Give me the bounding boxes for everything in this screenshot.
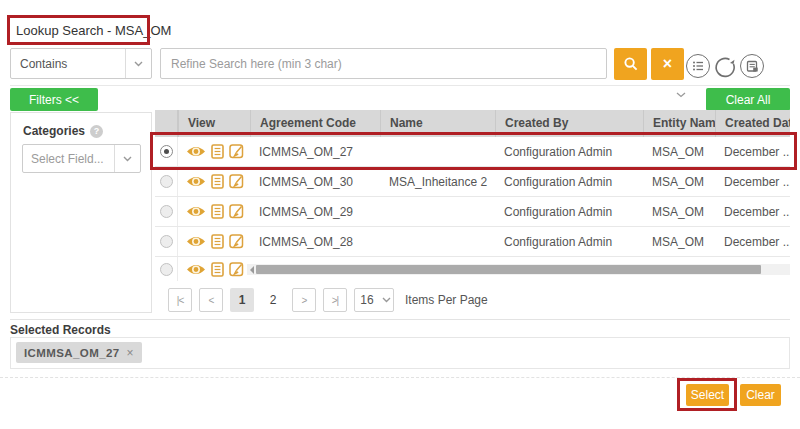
categories-label: Categories: [23, 124, 85, 138]
scrollbar-thumb[interactable]: [256, 265, 761, 274]
cell-entity-name: MSA_OM: [643, 137, 715, 166]
table-header: ViewAgreement CodeNameCreated ByEntity N…: [155, 110, 790, 137]
search-operator-value: Contains: [11, 57, 125, 71]
cell-entity-name: MSA_OM: [643, 197, 715, 226]
cell-entity-name: MSA_OM: [643, 227, 715, 256]
row-radio-cell[interactable]: [155, 227, 178, 256]
cell-created-date: December ...: [715, 227, 790, 256]
edit-icon[interactable]: [229, 174, 244, 189]
pagination-bar: |< < 1 2 > >| 16 Items Per Page: [155, 281, 790, 319]
panel-bottom-border: [10, 319, 790, 320]
column-header-created-date[interactable]: Created Date: [715, 110, 790, 137]
report-icon[interactable]: [740, 54, 764, 78]
toolbar-icons: [686, 54, 764, 78]
selected-records-label: Selected Records: [10, 323, 111, 337]
section-divider: [10, 85, 790, 86]
header-radio-column: [155, 110, 178, 137]
cell-created-date: December ...: [715, 197, 790, 226]
search-button[interactable]: [614, 48, 647, 80]
chevron-down-icon: [114, 145, 140, 172]
edit-icon[interactable]: [229, 204, 244, 219]
cell-agreement-code: ICMMSA_OM_30: [250, 167, 380, 196]
document-details-icon[interactable]: [211, 174, 224, 189]
help-icon[interactable]: ?: [90, 125, 103, 138]
cell-name: [380, 197, 495, 226]
row-radio-cell[interactable]: [155, 167, 178, 196]
refresh-icon[interactable]: [713, 54, 737, 78]
close-icon: ×: [663, 55, 672, 73]
first-page-button[interactable]: |<: [168, 288, 192, 312]
clear-all-button[interactable]: Clear All: [706, 88, 790, 111]
document-details-icon[interactable]: [211, 262, 224, 277]
scroll-left-icon[interactable]: [247, 264, 256, 275]
page-size-select[interactable]: 16: [354, 288, 394, 312]
chevron-down-icon: [379, 289, 393, 311]
view-eye-icon[interactable]: [186, 263, 206, 276]
table-row[interactable]: ICMMSA_OM_28 Configuration Admin MSA_OM …: [155, 227, 790, 257]
next-page-button[interactable]: >: [292, 288, 316, 312]
clear-button[interactable]: Clear: [740, 384, 781, 406]
document-details-icon[interactable]: [211, 204, 224, 219]
row-radio-cell[interactable]: [155, 137, 178, 166]
cell-name: [380, 137, 495, 166]
search-input[interactable]: [160, 48, 607, 79]
view-eye-icon[interactable]: [186, 205, 206, 218]
table-row[interactable]: ICMMSA_OM_29 Configuration Admin MSA_OM …: [155, 197, 790, 227]
edit-icon[interactable]: [229, 262, 244, 277]
remove-tag-icon[interactable]: ×: [127, 346, 134, 360]
chevron-down-icon: [125, 49, 151, 78]
column-header-created-by[interactable]: Created By: [495, 110, 643, 137]
last-page-button[interactable]: >|: [323, 288, 347, 312]
page-size-value: 16: [355, 293, 379, 307]
filters-toggle-button[interactable]: Filters <<: [10, 88, 98, 111]
search-operator-select[interactable]: Contains: [10, 48, 152, 79]
select-field-dropdown[interactable]: Select Field...: [22, 144, 141, 173]
cell-created-date: December ...: [715, 137, 790, 166]
row-radio[interactable]: [160, 205, 173, 218]
row-view-cell: [178, 227, 250, 256]
select-field-placeholder: Select Field...: [23, 152, 114, 166]
cell-agreement-code: ICMMSA_OM_28: [250, 227, 380, 256]
view-eye-icon[interactable]: [186, 175, 206, 188]
document-details-icon[interactable]: [211, 144, 224, 159]
select-button[interactable]: Select: [686, 384, 729, 406]
edit-icon[interactable]: [229, 234, 244, 249]
cell-created-date: December ...: [715, 167, 790, 196]
column-header-view[interactable]: View: [178, 110, 250, 137]
cell-created-by: Configuration Admin: [495, 227, 643, 256]
lookup-search-dialog: Lookup Search - MSA_OM Contains ×: [0, 0, 800, 429]
page-title: Lookup Search - MSA_OM: [16, 23, 171, 38]
table-row[interactable]: ICMMSA_OM_30 MSA_Inheitance 2 Configurat…: [155, 167, 790, 197]
selected-records-panel: ICMMSA_OM_27 ×: [10, 337, 790, 369]
cell-name: [380, 227, 495, 256]
clear-search-button[interactable]: ×: [651, 48, 684, 80]
search-icon: [623, 56, 639, 72]
edit-icon[interactable]: [229, 144, 244, 159]
column-header-name[interactable]: Name: [380, 110, 495, 137]
row-radio-cell[interactable]: [155, 197, 178, 226]
prev-page-button[interactable]: <: [199, 288, 223, 312]
document-details-icon[interactable]: [211, 234, 224, 249]
page-button-1[interactable]: 1: [230, 288, 254, 312]
column-header-agreement-code[interactable]: Agreement Code: [250, 110, 380, 137]
cell-created-by: Configuration Admin: [495, 197, 643, 226]
cell-entity-name: MSA_OM: [643, 167, 715, 196]
row-view-cell: [178, 197, 250, 226]
collapse-panel-chevron-icon[interactable]: [676, 92, 686, 98]
view-eye-icon[interactable]: [186, 235, 206, 248]
column-header-entity-name[interactable]: Entity Name: [643, 110, 715, 137]
selected-record-tag: ICMMSA_OM_27 ×: [16, 342, 142, 363]
cell-agreement-code: ICMMSA_OM_29: [250, 197, 380, 226]
cell-name: MSA_Inheitance 2: [380, 167, 495, 196]
table-row[interactable]: ICMMSA_OM_27 Configuration Admin MSA_OM …: [155, 137, 790, 167]
items-per-page-label: Items Per Page: [405, 293, 488, 307]
horizontal-scrollbar[interactable]: [247, 264, 790, 275]
cell-created-by: Configuration Admin: [495, 167, 643, 196]
row-radio[interactable]: [160, 235, 173, 248]
view-eye-icon[interactable]: [186, 145, 206, 158]
list-view-icon[interactable]: [686, 54, 710, 78]
row-radio[interactable]: [160, 175, 173, 188]
page-button-2[interactable]: 2: [261, 288, 285, 312]
row-radio[interactable]: [160, 145, 173, 158]
row-radio[interactable]: [160, 263, 173, 276]
